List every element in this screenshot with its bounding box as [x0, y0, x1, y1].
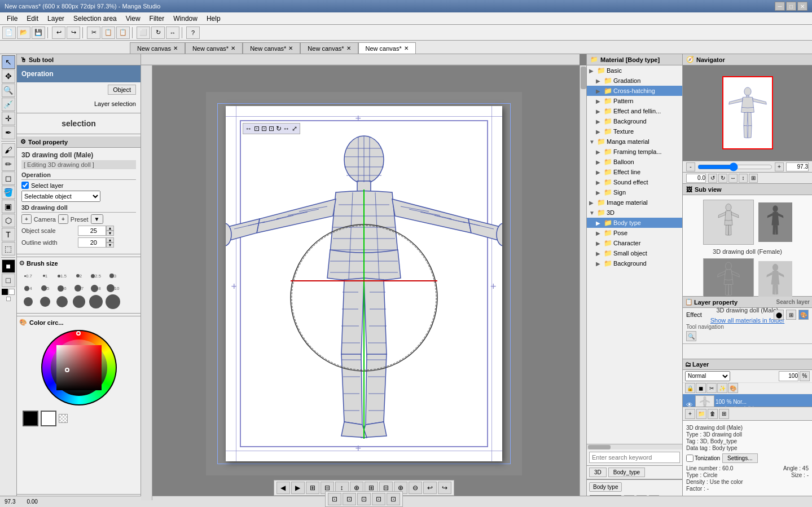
expand-bg1[interactable]: ▶: [596, 118, 603, 125]
color-wheel-area[interactable]: [39, 328, 118, 407]
layer-color-btn[interactable]: 🎨: [728, 383, 738, 393]
mat-scroll-h[interactable]: [587, 444, 682, 449]
effect-color-btn[interactable]: 🎨: [798, 310, 809, 320]
object-scale-input[interactable]: [78, 226, 106, 236]
brush-17[interactable]: [54, 296, 70, 307]
tree-texture[interactable]: ▶ 📁 Texture: [587, 126, 682, 136]
brush-8[interactable]: 8: [88, 283, 104, 294]
toolbar-flip[interactable]: ↔: [166, 27, 179, 39]
expand-manga[interactable]: ▼: [589, 139, 596, 145]
toolbar-rotate[interactable]: ↻: [151, 27, 165, 39]
brush-0.7[interactable]: 0.7: [20, 270, 36, 281]
layer-row-3d[interactable]: 👁 100 % Nor... 3D drawing: [683, 394, 812, 407]
tree-bg1[interactable]: ▶ 📁 Background: [587, 116, 682, 126]
expand-pose[interactable]: ▶: [596, 230, 603, 236]
toolbar-cut[interactable]: ✂: [87, 27, 100, 39]
tree-balloon[interactable]: ▶ 📁 Balloon: [587, 157, 682, 167]
selectable-obj-select[interactable]: Selectable object: [21, 191, 100, 202]
tab-3-close[interactable]: ✕: [288, 45, 293, 51]
tool-move[interactable]: ✥: [2, 69, 15, 83]
nav-next[interactable]: ▶: [291, 482, 305, 494]
tree-character[interactable]: ▶ 📁 Character: [587, 238, 682, 248]
nav-prev[interactable]: ◀: [276, 482, 290, 494]
menu-selection[interactable]: Selection area: [69, 14, 121, 24]
tree-body-type[interactable]: ▶ 📁 Body type: [587, 218, 682, 228]
tool-eyedrop[interactable]: 💉: [2, 98, 15, 111]
select-layer-check[interactable]: [21, 182, 29, 189]
brush-30[interactable]: [105, 296, 121, 307]
tool-3d[interactable]: ⬚: [2, 242, 15, 255]
tool-shape[interactable]: ⬡: [2, 214, 15, 227]
tool-text[interactable]: T: [2, 228, 15, 241]
tree-manga[interactable]: ▼ 📁 Manga material: [587, 136, 682, 147]
expand-gradation[interactable]: ▶: [596, 78, 603, 84]
nav-ctrl1[interactable]: ↺: [708, 174, 717, 183]
toolbar-new[interactable]: 📄: [2, 27, 16, 39]
tree-basic[interactable]: ▶ 📁 Basic: [587, 65, 682, 76]
brush-15[interactable]: [37, 296, 53, 307]
brush-12[interactable]: [20, 296, 36, 307]
preset-expand[interactable]: +: [58, 214, 68, 224]
expand-framing[interactable]: ▶: [596, 149, 603, 155]
navigator-preview[interactable]: [683, 65, 812, 161]
scale-down[interactable]: ▼: [106, 231, 114, 236]
tool-brush[interactable]: 🖌: [2, 143, 15, 157]
zoom-out-btn[interactable]: -: [686, 162, 695, 171]
effect-grid-btn[interactable]: ⊞: [786, 310, 796, 320]
outline-width-input[interactable]: [78, 237, 106, 248]
scroll-v-thumb[interactable]: [581, 67, 586, 89]
zoom-in-btn[interactable]: +: [775, 162, 784, 171]
brush-1.5[interactable]: 1.5: [54, 270, 70, 281]
menu-file[interactable]: File: [2, 14, 22, 24]
brush-1[interactable]: 1: [37, 270, 53, 281]
brush-20[interactable]: [71, 296, 87, 307]
canvas-container[interactable]: + + + + ↔ ⊡ ⊡ ⊡ ↻ ↔ ⤢: [206, 92, 522, 475]
toolbar-save[interactable]: 💾: [32, 27, 45, 39]
bg-color[interactable]: [8, 289, 15, 295]
tree-3d[interactable]: ▼ 📁 3D: [587, 208, 682, 218]
expand-sound[interactable]: ▶: [596, 179, 603, 186]
tree-gradation[interactable]: ▶ 📁 Gradation: [587, 76, 682, 86]
mat-scroll-h-thumb[interactable]: [588, 445, 611, 449]
menu-help[interactable]: Help: [202, 14, 225, 24]
pose-btn5[interactable]: ⊡: [387, 493, 400, 505]
canvas-page[interactable]: + + + + ↔ ⊡ ⊡ ⊡ ↻ ↔ ⤢: [226, 106, 502, 461]
merge-layer-btn[interactable]: ⊞: [719, 409, 729, 419]
nav-angle-input[interactable]: [686, 174, 706, 183]
toolbar-paste[interactable]: 📋: [116, 27, 130, 39]
brush-2.5[interactable]: 2.5: [88, 270, 104, 281]
preset-dropdown[interactable]: ▼: [91, 214, 103, 224]
sat-bri-cursor[interactable]: [65, 368, 69, 372]
tag-body-type[interactable]: Body type: [589, 482, 622, 492]
tool-zoom[interactable]: 🔍: [2, 83, 15, 97]
tree-effect[interactable]: ▶ 📁 Effect and fellin...: [587, 106, 682, 116]
tab-4[interactable]: New canvas* ✕: [300, 42, 358, 54]
expand-texture[interactable]: ▶: [596, 129, 603, 135]
layer-lock-btn[interactable]: 🔒: [685, 383, 695, 393]
canvas-area[interactable]: + + + + ↔ ⊡ ⊡ ⊡ ↻ ↔ ⤢: [141, 54, 586, 507]
tool-pencil[interactable]: ✏: [2, 157, 15, 171]
nav-redo2[interactable]: ↪: [438, 482, 451, 494]
tab-2-close[interactable]: ✕: [231, 45, 235, 51]
tree-crosshatch[interactable]: ▶ 📁 Cross-hatching: [587, 86, 682, 96]
expand-small[interactable]: ▶: [596, 250, 603, 257]
sat-bri-square[interactable]: [56, 345, 102, 390]
expand-body[interactable]: ▶: [596, 220, 603, 226]
nav-undo2[interactable]: ↩: [423, 482, 437, 494]
scroll-v[interactable]: [580, 65, 586, 500]
expand-char[interactable]: ▶: [596, 240, 603, 246]
expand-basic[interactable]: ▶: [589, 68, 596, 74]
tool-eraser[interactable]: ◻: [2, 171, 15, 185]
maximize-btn[interactable]: □: [786, 2, 796, 11]
close-btn[interactable]: ✕: [797, 2, 807, 11]
bg-swatch[interactable]: [41, 411, 56, 426]
tree-pose[interactable]: ▶ 📁 Pose: [587, 228, 682, 238]
tab-5[interactable]: New canvas* ✕: [358, 42, 416, 54]
tool-crosshair[interactable]: ✛: [2, 112, 15, 125]
hue-cursor[interactable]: [76, 331, 81, 336]
menu-edit[interactable]: Edit: [22, 14, 43, 24]
menu-filter[interactable]: Filter: [145, 14, 169, 24]
menu-view[interactable]: View: [121, 14, 145, 24]
menu-window[interactable]: Window: [169, 14, 202, 24]
tonize-checkbox[interactable]: [686, 455, 694, 462]
